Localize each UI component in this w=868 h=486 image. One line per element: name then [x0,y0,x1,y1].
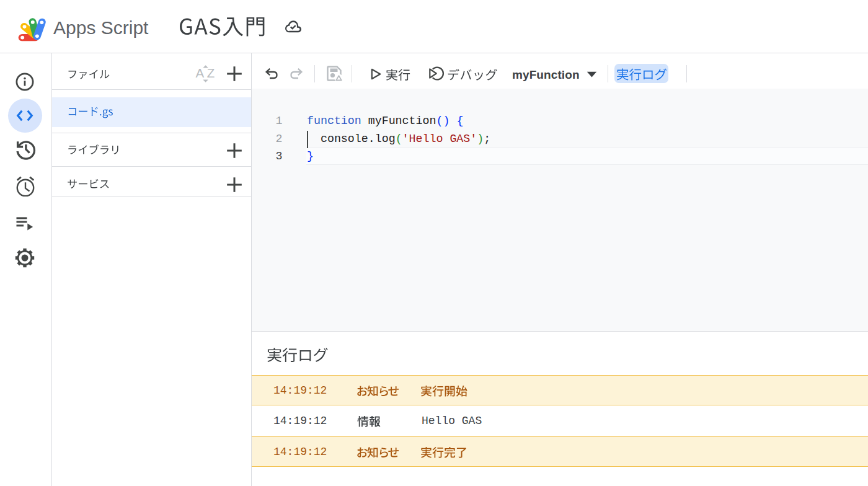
svg-text:Z: Z [207,66,215,80]
svg-text:A: A [196,66,205,80]
